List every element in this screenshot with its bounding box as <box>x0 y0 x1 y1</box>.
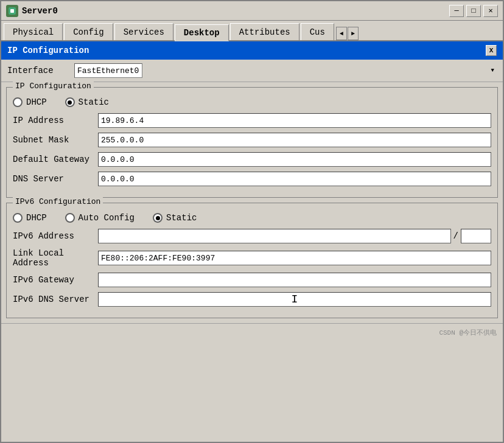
link-local-address-input[interactable] <box>98 251 491 265</box>
close-button[interactable]: ✕ <box>483 5 498 17</box>
ipv6-dhcp-label: DHCP <box>26 213 47 223</box>
tab-custom[interactable]: Cus <box>301 23 334 40</box>
ipv6-address-label: IPv6 Address <box>13 231 98 241</box>
panel-title: IP Configuration <box>7 46 89 55</box>
ipv6-slash: / <box>451 231 461 241</box>
ipv6-static-label: Static <box>166 213 197 223</box>
ipv6-prefix-input[interactable] <box>461 229 491 243</box>
ipv4-section: IP Configuration DHCP Static IP Address <box>6 87 498 198</box>
default-gateway-label: Default Gateway <box>13 155 98 164</box>
ipv6-section: IPv6 Configuration DHCP Auto Config Stat… <box>6 203 498 318</box>
dns-server-input[interactable] <box>98 172 491 186</box>
link-local-address-label: Link Local Address <box>13 248 98 268</box>
tabs-bar: Physical Config Services Desktop Attribu… <box>1 21 503 41</box>
default-gateway-input[interactable] <box>98 152 491 167</box>
ipv6-gateway-row: IPv6 Gateway <box>13 273 491 287</box>
ipv4-section-legend: IP Configuration <box>13 82 94 91</box>
ipv6-static-option[interactable]: Static <box>153 213 197 223</box>
minimize-button[interactable]: — <box>449 5 464 17</box>
ipv6-auto-config-radio[interactable] <box>65 213 75 223</box>
tab-attributes[interactable]: Attributes <box>230 23 299 40</box>
ipv4-dhcp-radio[interactable] <box>13 97 23 107</box>
ipv6-radio-row: DHCP Auto Config Static <box>13 213 491 223</box>
maximize-button[interactable]: □ <box>466 5 481 17</box>
interface-select[interactable]: FastEthernet0 <box>74 63 142 78</box>
ip-address-input[interactable] <box>98 113 491 128</box>
ipv4-static-option[interactable]: Static <box>65 97 109 107</box>
tab-desktop[interactable]: Desktop <box>175 24 229 41</box>
watermark: CSDN @今日不供电 <box>439 328 497 337</box>
panel-title-bar: IP Configuration X <box>1 41 503 60</box>
title-bar: Server0 — □ ✕ <box>1 1 503 21</box>
main-window: Server0 — □ ✕ Physical Config Services D… <box>0 0 504 443</box>
window-icon <box>6 5 18 17</box>
tab-config[interactable]: Config <box>64 23 113 40</box>
ipv6-section-legend: IPv6 Configuration <box>13 197 103 206</box>
window-title: Server0 <box>22 6 449 16</box>
ipv6-auto-config-option[interactable]: Auto Config <box>65 213 135 223</box>
ip-address-row: IP Address <box>13 113 491 128</box>
ipv6-dns-server-input[interactable] <box>98 292 491 307</box>
ipv6-dhcp-radio[interactable] <box>13 213 23 223</box>
ipv4-static-label: Static <box>79 97 109 107</box>
panel-close-button[interactable]: X <box>486 45 497 56</box>
dns-server-label: DNS Server <box>13 174 98 184</box>
link-local-address-row: Link Local Address <box>13 248 491 268</box>
interface-select-wrapper: FastEthernet0 <box>74 63 497 78</box>
ipv6-address-row: IPv6 Address / <box>13 229 491 243</box>
bottom-bar: CSDN @今日不供电 <box>1 323 503 341</box>
ipv4-static-radio[interactable] <box>65 97 75 107</box>
tab-physical[interactable]: Physical <box>4 23 63 40</box>
ip-address-label: IP Address <box>13 116 98 125</box>
svg-rect-1 <box>10 9 14 13</box>
subnet-mask-row: Subnet Mask <box>13 133 491 147</box>
dns-server-row: DNS Server <box>13 172 491 186</box>
ipv6-dns-server-row: IPv6 DNS Server I <box>13 292 491 307</box>
subnet-mask-label: Subnet Mask <box>13 135 98 145</box>
ipv6-address-input[interactable] <box>98 229 451 243</box>
tab-next-button[interactable]: ► <box>348 27 359 40</box>
tab-prev-button[interactable]: ◄ <box>336 27 347 40</box>
content-area: IP Configuration X Interface FastEtherne… <box>1 41 503 442</box>
ipv6-gateway-input[interactable] <box>98 273 491 287</box>
window-controls: — □ ✕ <box>449 5 498 17</box>
interface-row: Interface FastEthernet0 <box>1 60 503 82</box>
interface-label: Interface <box>7 66 74 75</box>
ipv4-dhcp-label: DHCP <box>26 97 47 107</box>
ipv6-static-radio[interactable] <box>153 213 163 223</box>
ipv6-auto-config-label: Auto Config <box>79 213 135 223</box>
default-gateway-row: Default Gateway <box>13 152 491 167</box>
ipv6-gateway-label: IPv6 Gateway <box>13 275 98 285</box>
ipv6-dhcp-option[interactable]: DHCP <box>13 213 47 223</box>
ipv4-dhcp-option[interactable]: DHCP <box>13 97 47 107</box>
ipv6-dns-server-label: IPv6 DNS Server <box>13 295 98 304</box>
tab-services[interactable]: Services <box>114 23 173 40</box>
subnet-mask-input[interactable] <box>98 133 491 147</box>
ipv4-radio-row: DHCP Static <box>13 97 491 107</box>
